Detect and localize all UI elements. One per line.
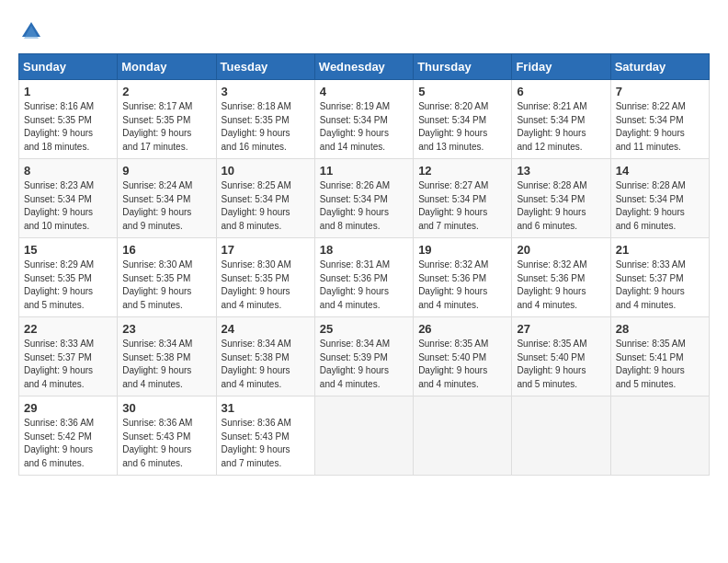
day-number: 14: [616, 164, 704, 178]
day-of-week-saturday: Saturday: [610, 54, 709, 80]
day-number: 30: [122, 401, 210, 415]
calendar-cell: 15Sunrise: 8:29 AM Sunset: 5:35 PM Dayli…: [19, 238, 118, 317]
day-number: 25: [320, 322, 408, 336]
day-info: Sunrise: 8:23 AM Sunset: 5:34 PM Dayligh…: [24, 179, 112, 233]
calendar-cell: 4Sunrise: 8:19 AM Sunset: 5:34 PM Daylig…: [314, 80, 413, 159]
day-number: 16: [122, 243, 210, 257]
calendar-cell: 12Sunrise: 8:27 AM Sunset: 5:34 PM Dayli…: [414, 159, 512, 238]
day-info: Sunrise: 8:24 AM Sunset: 5:34 PM Dayligh…: [122, 179, 210, 233]
day-info: Sunrise: 8:35 AM Sunset: 5:41 PM Dayligh…: [616, 338, 704, 391]
calendar-cell: 11Sunrise: 8:26 AM Sunset: 5:34 PM Dayli…: [314, 159, 413, 238]
calendar-cell: 17Sunrise: 8:30 AM Sunset: 5:35 PM Dayli…: [216, 238, 314, 317]
day-info: Sunrise: 8:27 AM Sunset: 5:34 PM Dayligh…: [418, 179, 506, 233]
day-number: 7: [616, 85, 704, 98]
calendar-cell: 16Sunrise: 8:30 AM Sunset: 5:35 PM Dayli…: [118, 238, 216, 317]
calendar-cell: 2Sunrise: 8:17 AM Sunset: 5:35 PM Daylig…: [118, 80, 216, 159]
calendar-week-4: 22Sunrise: 8:33 AM Sunset: 5:37 PM Dayli…: [19, 317, 710, 396]
calendar-cell: [414, 396, 512, 476]
day-info: Sunrise: 8:36 AM Sunset: 5:42 PM Dayligh…: [24, 417, 112, 470]
day-info: Sunrise: 8:28 AM Sunset: 5:34 PM Dayligh…: [616, 179, 704, 233]
day-info: Sunrise: 8:33 AM Sunset: 5:37 PM Dayligh…: [24, 338, 112, 391]
day-info: Sunrise: 8:29 AM Sunset: 5:35 PM Dayligh…: [24, 259, 112, 312]
day-number: 23: [122, 322, 210, 336]
day-number: 10: [222, 164, 310, 178]
day-number: 27: [517, 322, 605, 336]
calendar-cell: [512, 396, 610, 476]
calendar-cell: 29Sunrise: 8:36 AM Sunset: 5:42 PM Dayli…: [19, 396, 118, 476]
day-info: Sunrise: 8:28 AM Sunset: 5:34 PM Dayligh…: [517, 179, 605, 233]
calendar-cell: [314, 396, 413, 476]
day-info: Sunrise: 8:16 AM Sunset: 5:35 PM Dayligh…: [24, 100, 112, 154]
day-info: Sunrise: 8:30 AM Sunset: 5:35 PM Dayligh…: [222, 259, 310, 312]
day-info: Sunrise: 8:19 AM Sunset: 5:34 PM Dayligh…: [320, 100, 408, 154]
logo-icon: [18, 18, 44, 44]
calendar-cell: 3Sunrise: 8:18 AM Sunset: 5:35 PM Daylig…: [216, 80, 314, 159]
calendar-cell: 20Sunrise: 8:32 AM Sunset: 5:36 PM Dayli…: [512, 238, 610, 317]
day-number: 17: [222, 243, 310, 257]
day-number: 20: [517, 243, 605, 257]
calendar-cell: 28Sunrise: 8:35 AM Sunset: 5:41 PM Dayli…: [610, 317, 709, 396]
day-info: Sunrise: 8:18 AM Sunset: 5:35 PM Dayligh…: [222, 100, 310, 154]
calendar-cell: 13Sunrise: 8:28 AM Sunset: 5:34 PM Dayli…: [512, 159, 610, 238]
day-info: Sunrise: 8:34 AM Sunset: 5:39 PM Dayligh…: [320, 338, 408, 391]
calendar-cell: 31Sunrise: 8:36 AM Sunset: 5:43 PM Dayli…: [216, 396, 314, 476]
calendar-cell: 30Sunrise: 8:36 AM Sunset: 5:43 PM Dayli…: [118, 396, 216, 476]
day-info: Sunrise: 8:17 AM Sunset: 5:35 PM Dayligh…: [122, 100, 210, 154]
day-info: Sunrise: 8:33 AM Sunset: 5:37 PM Dayligh…: [616, 259, 704, 312]
calendar-week-2: 8Sunrise: 8:23 AM Sunset: 5:34 PM Daylig…: [19, 159, 710, 238]
calendar-cell: 22Sunrise: 8:33 AM Sunset: 5:37 PM Dayli…: [19, 317, 118, 396]
day-number: 5: [418, 85, 506, 98]
day-number: 6: [517, 85, 605, 98]
day-number: 8: [24, 164, 112, 178]
calendar-week-5: 29Sunrise: 8:36 AM Sunset: 5:42 PM Dayli…: [19, 396, 710, 476]
calendar-week-3: 15Sunrise: 8:29 AM Sunset: 5:35 PM Dayli…: [19, 238, 710, 317]
day-info: Sunrise: 8:35 AM Sunset: 5:40 PM Dayligh…: [418, 338, 506, 391]
day-number: 9: [122, 164, 210, 178]
day-number: 22: [24, 322, 112, 336]
day-number: 18: [320, 243, 408, 257]
day-info: Sunrise: 8:34 AM Sunset: 5:38 PM Dayligh…: [222, 338, 310, 391]
day-of-week-tuesday: Tuesday: [216, 54, 314, 80]
day-of-week-monday: Monday: [118, 54, 216, 80]
day-info: Sunrise: 8:32 AM Sunset: 5:36 PM Dayligh…: [418, 259, 506, 312]
day-info: Sunrise: 8:25 AM Sunset: 5:34 PM Dayligh…: [222, 179, 310, 233]
day-number: 2: [122, 85, 210, 98]
day-number: 29: [24, 401, 112, 415]
calendar-cell: 1Sunrise: 8:16 AM Sunset: 5:35 PM Daylig…: [19, 80, 118, 159]
calendar-cell: 18Sunrise: 8:31 AM Sunset: 5:36 PM Dayli…: [314, 238, 413, 317]
calendar-cell: 10Sunrise: 8:25 AM Sunset: 5:34 PM Dayli…: [216, 159, 314, 238]
calendar-cell: 9Sunrise: 8:24 AM Sunset: 5:34 PM Daylig…: [118, 159, 216, 238]
day-info: Sunrise: 8:36 AM Sunset: 5:43 PM Dayligh…: [222, 417, 310, 470]
day-number: 4: [320, 85, 408, 98]
day-of-week-wednesday: Wednesday: [314, 54, 413, 80]
day-info: Sunrise: 8:36 AM Sunset: 5:43 PM Dayligh…: [122, 417, 210, 470]
calendar-cell: 7Sunrise: 8:22 AM Sunset: 5:34 PM Daylig…: [610, 80, 709, 159]
calendar: SundayMondayTuesdayWednesdayThursdayFrid…: [18, 53, 710, 476]
day-of-week-friday: Friday: [512, 54, 610, 80]
day-number: 15: [24, 243, 112, 257]
day-info: Sunrise: 8:26 AM Sunset: 5:34 PM Dayligh…: [320, 179, 408, 233]
day-info: Sunrise: 8:22 AM Sunset: 5:34 PM Dayligh…: [616, 100, 704, 154]
calendar-cell: 27Sunrise: 8:35 AM Sunset: 5:40 PM Dayli…: [512, 317, 610, 396]
calendar-cell: 26Sunrise: 8:35 AM Sunset: 5:40 PM Dayli…: [414, 317, 512, 396]
header: [18, 18, 710, 44]
day-info: Sunrise: 8:35 AM Sunset: 5:40 PM Dayligh…: [517, 338, 605, 391]
calendar-cell: 21Sunrise: 8:33 AM Sunset: 5:37 PM Dayli…: [610, 238, 709, 317]
calendar-week-1: 1Sunrise: 8:16 AM Sunset: 5:35 PM Daylig…: [19, 80, 710, 159]
day-number: 26: [418, 322, 506, 336]
calendar-cell: 5Sunrise: 8:20 AM Sunset: 5:34 PM Daylig…: [414, 80, 512, 159]
day-info: Sunrise: 8:31 AM Sunset: 5:36 PM Dayligh…: [320, 259, 408, 312]
calendar-cell: 23Sunrise: 8:34 AM Sunset: 5:38 PM Dayli…: [118, 317, 216, 396]
logo: [18, 18, 48, 44]
calendar-cell: 19Sunrise: 8:32 AM Sunset: 5:36 PM Dayli…: [414, 238, 512, 317]
day-info: Sunrise: 8:32 AM Sunset: 5:36 PM Dayligh…: [517, 259, 605, 312]
calendar-cell: 24Sunrise: 8:34 AM Sunset: 5:38 PM Dayli…: [216, 317, 314, 396]
day-number: 11: [320, 164, 408, 178]
calendar-header-row: SundayMondayTuesdayWednesdayThursdayFrid…: [19, 54, 710, 80]
day-number: 1: [24, 85, 112, 98]
day-info: Sunrise: 8:21 AM Sunset: 5:34 PM Dayligh…: [517, 100, 605, 154]
day-number: 21: [616, 243, 704, 257]
day-of-week-sunday: Sunday: [19, 54, 118, 80]
calendar-cell: 8Sunrise: 8:23 AM Sunset: 5:34 PM Daylig…: [19, 159, 118, 238]
calendar-cell: 25Sunrise: 8:34 AM Sunset: 5:39 PM Dayli…: [314, 317, 413, 396]
